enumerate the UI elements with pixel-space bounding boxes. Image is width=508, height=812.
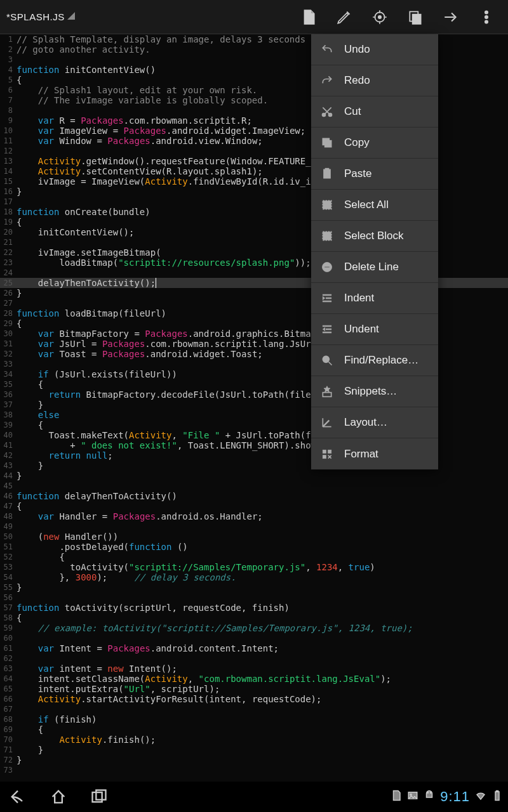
menu-label: Delete Line bbox=[344, 261, 399, 273]
code-line[interactable]: 56 bbox=[0, 593, 508, 603]
code-line[interactable]: 71 } bbox=[0, 745, 508, 755]
code-line[interactable]: 53 toActivity("scriptit://Samples/Tempor… bbox=[0, 562, 508, 572]
menu-undo[interactable]: Undo bbox=[311, 34, 438, 65]
line-number: 67 bbox=[0, 704, 17, 714]
code-line[interactable]: 60 bbox=[0, 633, 508, 643]
code-line[interactable]: 62 bbox=[0, 653, 508, 664]
line-number: 64 bbox=[0, 674, 17, 684]
menu-redo[interactable]: Redo bbox=[311, 65, 438, 96]
back-button[interactable] bbox=[5, 784, 30, 809]
line-number: 69 bbox=[0, 724, 17, 735]
line-number: 70 bbox=[0, 735, 17, 745]
line-number: 28 bbox=[0, 308, 17, 318]
copy-icon[interactable] bbox=[398, 0, 433, 34]
code-line[interactable]: 65 intent.putExtra("Url", scriptUrl); bbox=[0, 684, 508, 694]
file-icon[interactable] bbox=[291, 0, 326, 34]
code-line[interactable]: 67 bbox=[0, 704, 508, 714]
menu-label: Layout… bbox=[344, 416, 387, 429]
line-number: 73 bbox=[0, 765, 17, 775]
code-line[interactable]: 57function toActivity(scriptUrl, request… bbox=[0, 603, 508, 613]
code-line[interactable]: 61 var Intent = Packages.android.content… bbox=[0, 643, 508, 653]
code-line[interactable]: 64 intent.setClassName(Activity, "com.rb… bbox=[0, 674, 508, 684]
code-line[interactable]: 63 var intent = new Intent(); bbox=[0, 664, 508, 674]
menu-layout[interactable]: Layout… bbox=[311, 407, 438, 438]
code-line[interactable]: 73 bbox=[0, 765, 508, 775]
line-number: 57 bbox=[0, 603, 17, 613]
overflow-icon[interactable] bbox=[469, 0, 504, 34]
line-number: 61 bbox=[0, 643, 17, 653]
menu-snippets[interactable]: Snippets… bbox=[311, 376, 438, 407]
code-line[interactable]: 54 }, 3000); // delay 3 seconds. bbox=[0, 572, 508, 582]
code-line[interactable]: 44} bbox=[0, 471, 508, 481]
recent-button[interactable] bbox=[86, 784, 112, 809]
menu-copy[interactable]: Copy bbox=[311, 128, 438, 159]
menu-paste[interactable]: Paste bbox=[311, 159, 438, 190]
line-number: 46 bbox=[0, 491, 17, 501]
line-number: 30 bbox=[0, 329, 17, 339]
file-tab[interactable]: *SPLASH.JS bbox=[4, 11, 76, 22]
code-line[interactable]: 59 // example: toActivity("scriptit://Sa… bbox=[0, 623, 508, 633]
code-line[interactable]: 68 if (finish) bbox=[0, 714, 508, 724]
svg-point-34 bbox=[431, 792, 432, 794]
line-number: 48 bbox=[0, 511, 17, 521]
find-icon bbox=[320, 353, 334, 367]
line-number: 16 bbox=[0, 187, 17, 197]
menu-find[interactable]: Find/Replace… bbox=[311, 345, 438, 376]
line-number: 41 bbox=[0, 440, 17, 450]
menu-indent[interactable]: Indent bbox=[311, 283, 438, 314]
line-number: 42 bbox=[0, 450, 17, 461]
line-number: 43 bbox=[0, 461, 17, 471]
menu-undent[interactable]: Undent bbox=[311, 314, 438, 345]
menu-label: Find/Replace… bbox=[344, 354, 418, 367]
code-line[interactable]: 52 { bbox=[0, 552, 508, 562]
menu-select-all[interactable]: Select All bbox=[311, 190, 438, 221]
home-button[interactable] bbox=[46, 784, 71, 809]
code-line[interactable]: 70 Activity.finish(); bbox=[0, 735, 508, 745]
line-number: 21 bbox=[0, 237, 17, 247]
svg-rect-19 bbox=[326, 298, 331, 299]
share-icon[interactable] bbox=[433, 0, 469, 34]
code-line[interactable]: 69 { bbox=[0, 724, 508, 735]
svg-rect-22 bbox=[326, 329, 331, 330]
code-line[interactable]: 47{ bbox=[0, 501, 508, 511]
code-line[interactable]: 49 bbox=[0, 521, 508, 532]
line-number: 68 bbox=[0, 714, 17, 724]
context-menu: UndoRedoCutCopyPasteSelect AllSelect Blo… bbox=[311, 34, 438, 469]
menu-select-block[interactable]: Select Block bbox=[311, 221, 438, 252]
code-line[interactable]: 72} bbox=[0, 755, 508, 765]
code-line[interactable]: 55} bbox=[0, 582, 508, 593]
code-line[interactable]: 66 Activity.startActivityForResult(inten… bbox=[0, 694, 508, 704]
menu-format[interactable]: Format bbox=[311, 438, 438, 469]
code-line[interactable]: 58{ bbox=[0, 613, 508, 623]
menu-label: Select All bbox=[344, 199, 389, 211]
menu-label: Format bbox=[344, 448, 378, 461]
menu-cut[interactable]: Cut bbox=[311, 96, 438, 128]
line-number: 66 bbox=[0, 694, 17, 704]
svg-rect-20 bbox=[323, 301, 331, 302]
svg-rect-29 bbox=[93, 792, 102, 802]
line-number: 35 bbox=[0, 379, 17, 390]
line-number: 10 bbox=[0, 126, 17, 136]
code-line[interactable]: 48 var Handler = Packages.android.os.Han… bbox=[0, 511, 508, 521]
code-line[interactable]: 45 bbox=[0, 481, 508, 491]
svg-rect-17 bbox=[324, 266, 330, 268]
line-number: 62 bbox=[0, 653, 17, 664]
svg-point-4 bbox=[485, 11, 488, 13]
code-line[interactable]: 50 (new Handler()) bbox=[0, 532, 508, 542]
menu-delete-line[interactable]: Delete Line bbox=[311, 252, 438, 283]
code-line[interactable]: 46function delayThenToActivity() bbox=[0, 491, 508, 501]
line-number: 25 bbox=[0, 278, 17, 288]
clock: 9:11 bbox=[440, 789, 470, 805]
line-number: 26 bbox=[0, 288, 17, 298]
line-number: 65 bbox=[0, 684, 17, 694]
line-number: 56 bbox=[0, 593, 17, 603]
edit-icon[interactable] bbox=[326, 0, 362, 34]
line-number: 8 bbox=[0, 105, 17, 115]
target-icon[interactable] bbox=[362, 0, 398, 34]
line-number: 36 bbox=[0, 390, 17, 400]
battery-icon bbox=[491, 789, 503, 805]
code-line[interactable]: 51 .postDelayed(function () bbox=[0, 542, 508, 552]
menu-label: Select Block bbox=[344, 230, 404, 242]
line-number: 7 bbox=[0, 95, 17, 105]
wifi-icon bbox=[475, 789, 486, 805]
